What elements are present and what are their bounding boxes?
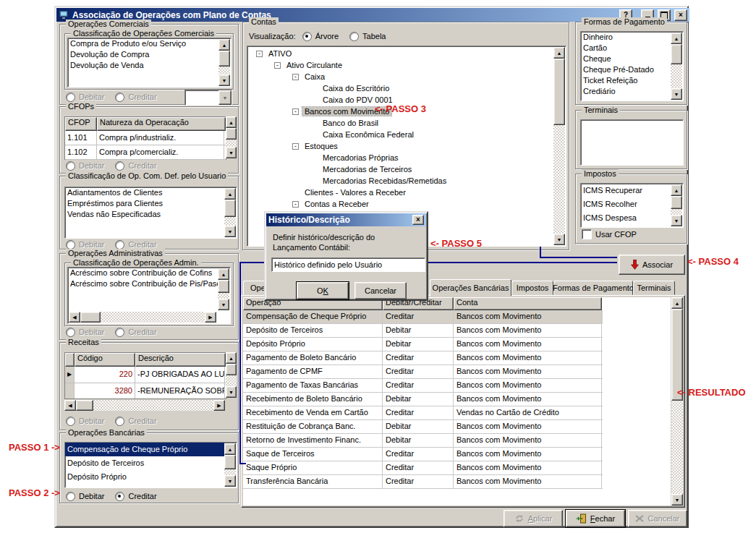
scroll-right-button[interactable]: ▶ bbox=[205, 312, 216, 323]
scroll-down-button[interactable]: ▼ bbox=[553, 234, 565, 245]
tree-node[interactable]: - Caixa bbox=[247, 71, 553, 82]
tab-operacoes-bancarias[interactable]: Operações Bancárias bbox=[430, 279, 511, 296]
list-item[interactable]: Acréscimo sobre Contribuição de Pis/Pase… bbox=[68, 278, 218, 289]
scroll-track[interactable] bbox=[553, 59, 565, 234]
cfop-row[interactable]: 1.101 Compra p/industrializ. bbox=[65, 131, 226, 145]
historico-input[interactable] bbox=[271, 257, 425, 272]
scroll-thumb[interactable] bbox=[226, 128, 237, 140]
formas-pagamento-list[interactable]: DinheiroCartãoChequeCheque Pré-DatadoTic… bbox=[580, 31, 684, 101]
tabela-radio[interactable] bbox=[349, 32, 359, 41]
tree-node[interactable]: Mercadorias Recebidas/Remetidas bbox=[247, 175, 553, 187]
scroll-up-button[interactable]: ▲ bbox=[671, 297, 683, 309]
association-row[interactable]: Saque Próprio Creditar Bancos com Movime… bbox=[243, 461, 603, 475]
scroll-thumb[interactable] bbox=[218, 280, 229, 293]
association-row[interactable]: Compensação de Cheque Próprio Creditar B… bbox=[243, 310, 603, 324]
association-row[interactable]: Retorno de Investimento Financ. Debitar … bbox=[243, 434, 603, 448]
scroll-down-button[interactable]: ▼ bbox=[671, 494, 683, 506]
vertical-scrollbar[interactable]: ▲ ▼ bbox=[671, 33, 682, 100]
terminais-list[interactable] bbox=[580, 119, 684, 166]
descricao-col-header[interactable]: Descrição bbox=[135, 353, 226, 367]
tree-expander-icon[interactable]: - bbox=[292, 143, 299, 150]
list-item[interactable]: Cartão bbox=[581, 43, 671, 54]
association-row[interactable]: Depósito Próprio Debitar Bancos com Movi… bbox=[243, 338, 603, 351]
tree-node[interactable]: - ATIVO bbox=[247, 48, 553, 59]
list-item[interactable]: Acréscimo sobre Contribuição de Cofins bbox=[68, 268, 218, 278]
scroll-thumb[interactable] bbox=[80, 312, 101, 323]
association-row[interactable]: Depósito de Terceiros Debitar Bancos com… bbox=[243, 324, 603, 338]
arvore-radio[interactable] bbox=[302, 32, 312, 41]
scroll-thumb[interactable] bbox=[553, 59, 565, 125]
scroll-track[interactable] bbox=[80, 312, 205, 323]
tree-node[interactable]: Clientes - Valores a Receber bbox=[247, 187, 553, 198]
list-item[interactable]: Depósito de Terceiros bbox=[65, 456, 224, 470]
op-admin-list[interactable]: Acréscimo sobre Contribuição de CofinsAc… bbox=[67, 267, 231, 324]
scroll-track[interactable] bbox=[226, 364, 237, 386]
list-item[interactable]: Ticket Refeição bbox=[581, 75, 671, 86]
dialog-cancel-button[interactable]: Cancelar bbox=[354, 282, 407, 299]
creditar-radio[interactable] bbox=[115, 492, 124, 501]
vertical-scrollbar[interactable]: ▲ ▼ bbox=[671, 184, 682, 226]
codigo-col-header[interactable]: Código bbox=[75, 353, 135, 367]
list-item[interactable]: Cheque Pré-Datado bbox=[581, 64, 671, 75]
scroll-down-button[interactable]: ▼ bbox=[671, 88, 682, 100]
vertical-scrollbar[interactable]: ▲ ▼ bbox=[224, 443, 236, 487]
tree-expander-icon[interactable]: - bbox=[274, 62, 281, 69]
horizontal-scrollbar[interactable]: ◀ ▶ bbox=[64, 400, 225, 411]
tree-expander-icon[interactable]: - bbox=[292, 201, 299, 208]
scroll-up-button[interactable]: ▲ bbox=[218, 39, 230, 51]
scroll-left-button[interactable]: ◀ bbox=[64, 400, 76, 411]
list-item[interactable]: Adiantamentos de Clientes bbox=[65, 187, 224, 198]
scroll-thumb[interactable] bbox=[224, 455, 236, 469]
scroll-thumb[interactable] bbox=[671, 44, 682, 64]
list-item[interactable]: Vendas não Especificadas bbox=[65, 209, 224, 220]
scroll-up-button[interactable]: ▲ bbox=[671, 33, 682, 44]
scroll-down-button[interactable]: ▼ bbox=[218, 299, 229, 310]
list-item[interactable]: Devolução de Venda bbox=[68, 60, 218, 71]
scroll-down-button[interactable]: ▼ bbox=[226, 147, 237, 158]
scroll-up-button[interactable]: ▲ bbox=[224, 188, 236, 200]
association-row[interactable]: Recebimento de Boleto Bancário Debitar B… bbox=[243, 393, 603, 406]
list-item[interactable]: Compra de Produto e/ou Serviço bbox=[68, 38, 218, 49]
scroll-thumb[interactable] bbox=[226, 364, 237, 375]
scroll-right-button[interactable]: ▶ bbox=[213, 400, 225, 411]
scroll-up-button[interactable]: ▲ bbox=[671, 184, 682, 196]
horizontal-scrollbar[interactable]: ◀ ▶ bbox=[69, 312, 216, 323]
vertical-scrollbar[interactable]: ▲ ▼ bbox=[226, 116, 237, 158]
vertical-scrollbar[interactable]: ▲ ▼ bbox=[224, 188, 236, 237]
vertical-scrollbar[interactable]: ▲ ▼ bbox=[671, 297, 683, 506]
cfop-row[interactable]: 1.102 Compra p/comercializ. bbox=[65, 145, 226, 160]
scroll-track[interactable] bbox=[226, 128, 237, 147]
scroll-up-button[interactable]: ▲ bbox=[224, 443, 236, 455]
list-item[interactable]: Cheque bbox=[581, 54, 671, 64]
impostos-list[interactable]: ICMS RecuperarICMS RecolherICMS Despesa … bbox=[580, 183, 684, 228]
op-comerciais-list[interactable]: Compra de Produto e/ou ServiçoDevolução … bbox=[67, 38, 232, 88]
association-row[interactable]: Pagamento de Boleto Bancário Creditar Ba… bbox=[243, 351, 603, 365]
scroll-up-button[interactable]: ▲ bbox=[226, 352, 237, 364]
vertical-scrollbar[interactable]: ▲ ▼ bbox=[226, 352, 237, 398]
tree-node[interactable]: Banco do Brasil bbox=[247, 117, 553, 129]
debitar-radio[interactable] bbox=[66, 492, 75, 501]
natureza-col-header[interactable]: Natureza da Operacação bbox=[97, 117, 226, 131]
ok-button[interactable]: OK bbox=[297, 282, 349, 299]
scroll-down-button[interactable]: ▼ bbox=[218, 74, 230, 86]
list-item[interactable]: Depósito Próprio bbox=[65, 470, 224, 484]
list-item[interactable]: ICMS Recuperar bbox=[581, 184, 671, 197]
cfops-grid[interactable]: CFOP Natureza da Operacação 1.101 Compra… bbox=[64, 116, 226, 160]
receita-row[interactable]: ▶ 220 -PJ OBRIGADAS AO LUCRO P bbox=[65, 367, 226, 383]
fechar-button[interactable]: Fechar bbox=[566, 510, 625, 527]
list-item[interactable]: Empréstimos para Clientes bbox=[65, 198, 224, 209]
conta-col-header[interactable]: Conta bbox=[454, 297, 602, 310]
list-item[interactable]: Crediário bbox=[581, 86, 671, 97]
association-row[interactable]: Pagamento de Taxas Bancárias Creditar Ba… bbox=[243, 379, 603, 393]
scroll-down-button[interactable]: ▼ bbox=[226, 386, 237, 398]
associar-button[interactable]: Associar bbox=[619, 255, 685, 275]
tree-expander-icon[interactable]: - bbox=[292, 108, 299, 115]
scroll-track[interactable] bbox=[671, 196, 682, 215]
scroll-up-button[interactable]: ▲ bbox=[553, 47, 565, 59]
cfop-col-header[interactable]: CFOP bbox=[65, 117, 97, 131]
receita-row[interactable]: 3280 -REMUNERAÇÃO SOBRE SER bbox=[65, 383, 226, 399]
tree-node[interactable]: Mercadorias de Terceiros bbox=[247, 163, 553, 175]
dialog-titlebar[interactable]: Histórico/Descrição × bbox=[266, 213, 426, 226]
receitas-grid[interactable]: Código Descrição ▶ 220 -PJ OBRIGADAS AO … bbox=[64, 352, 226, 399]
scroll-thumb[interactable] bbox=[224, 200, 236, 217]
